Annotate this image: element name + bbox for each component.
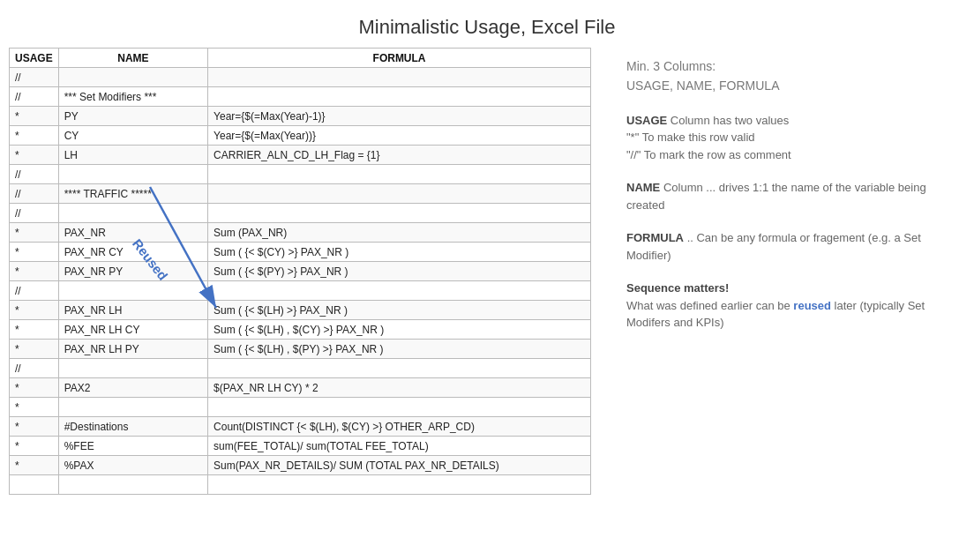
table-cell: Sum ( {< $(LH) , $(PY) >} PAX_NR ) [208,340,591,359]
table-row: *CYYear={$(=Max(Year))} [10,126,591,146]
table-cell: * [10,301,59,320]
table-cell: Year={$(=Max(Year))} [208,126,591,146]
table-row: //*** Set Modifiers *** [10,87,591,107]
table-cell: sum(FEE_TOTAL)/ sum(TOTAL FEE_TOTAL) [208,437,591,456]
table-row: *PAX_NR LH PYSum ( {< $(LH) , $(PY) >} P… [10,340,591,359]
table-cell: * [10,223,59,243]
table-cell [208,475,591,495]
table-cell: // [10,359,59,378]
table-row: *PAX_NR PYSum ( {< $(PY) >} PAX_NR ) [10,262,591,281]
info-name: NAME Column ... drives 1:1 the name of t… [626,179,956,213]
min-columns-label: Min. 3 Columns: [626,56,956,76]
sequence-text-before: What was defined earlier can be [626,299,790,312]
table-cell: * [10,262,59,281]
table-row: // [10,359,591,378]
table-cell: *** Set Modifiers *** [58,87,207,107]
table-cell: %FEE [58,437,207,456]
page-title: Minimalistic Usage, Excel File [0,0,974,48]
table-cell: CY [58,126,207,146]
table-cell: PAX_NR LH PY [58,340,207,359]
table-cell [58,398,207,417]
table-cell: * [10,126,59,146]
table-cell: Sum ( {< $(CY) >} PAX_NR ) [208,243,591,262]
table-cell [208,204,591,223]
table-cell: // [10,204,59,223]
table-cell: * [10,107,59,126]
table-cell: Sum ( {< $(LH) >} PAX_NR ) [208,301,591,320]
table-cell: Sum (PAX_NR) [208,223,591,243]
table-cell: PY [58,107,207,126]
sequence-reused-word: reused [793,299,831,312]
table-row: // [10,281,591,301]
info-usage: USAGE Column has two values "*" To make … [626,112,956,164]
table-cell: * [10,437,59,456]
table-cell: Sum(PAX_NR_DETAILS)/ SUM (TOTAL PAX_NR_D… [208,456,591,475]
col-header-formula: FORMULA [208,49,591,68]
table-row: // [10,165,591,184]
table-row: *PAX_NR CYSum ( {< $(CY) >} PAX_NR ) [10,243,591,262]
usage-label: USAGE [626,114,667,127]
col-header-name: NAME [58,49,207,68]
name-label: NAME [626,181,660,194]
min-columns-value: USAGE, NAME, FORMULA [626,76,956,95]
sequence-label: Sequence matters! [626,280,956,297]
table-row: // [10,204,591,223]
main-content: USAGE NAME FORMULA ////*** Set Modifiers… [0,48,974,495]
table-row: *#DestinationsCount(DISTINCT {< $(LH), $… [10,417,591,437]
table-row: *%FEEsum(FEE_TOTAL)/ sum(TOTAL FEE_TOTAL… [10,437,591,456]
table-row: * [10,398,591,417]
table-row: *PYYear={$(=Max(Year)-1)} [10,107,591,126]
table-cell: * [10,146,59,165]
table-cell [58,165,207,184]
table-cell: * [10,378,59,398]
table-section: USAGE NAME FORMULA ////*** Set Modifiers… [9,48,591,495]
table-cell: // [10,165,59,184]
table-cell: // [10,281,59,301]
table-cell [208,87,591,107]
table-cell [58,204,207,223]
table-row: // [10,68,591,87]
table-cell: * [10,417,59,437]
table-cell: * [10,456,59,475]
table-cell: PAX_NR LH CY [58,320,207,340]
table-cell: Year={$(=Max(Year)-1)} [208,107,591,126]
table-cell: PAX_NR PY [58,262,207,281]
table-cell [58,68,207,87]
table-cell: // [10,184,59,204]
table-cell: Count(DISTINCT {< $(LH), $(CY) >} OTHER_… [208,417,591,437]
table-cell [58,359,207,378]
table-cell [208,398,591,417]
table-cell: // [10,87,59,107]
table-row: *PAX_NRSum (PAX_NR) [10,223,591,243]
table-row: *LHCARRIER_ALN_CD_LH_Flag = {1} [10,146,591,165]
table-row: *PAX_NR LH CYSum ( {< $(LH) , $(CY) >} P… [10,320,591,340]
info-formula: FORMULA .. Can be any formula or frageme… [626,229,956,264]
usage-text-line2: "*" To make this row valid [626,131,755,144]
usage-text-line3: "//" To mark the row as comment [626,148,791,161]
table-cell [58,475,207,495]
table-cell [208,165,591,184]
formula-label: FORMULA [626,231,684,244]
table-cell: %PAX [58,456,207,475]
table-row: *PAX_NR LHSum ( {< $(LH) >} PAX_NR ) [10,301,591,320]
table-cell: * [10,243,59,262]
table-row: //**** TRAFFIC ***** [10,184,591,204]
table-cell: PAX2 [58,378,207,398]
table-cell: Sum ( {< $(PY) >} PAX_NR ) [208,262,591,281]
col-header-usage: USAGE [10,49,59,68]
table-cell [58,281,207,301]
table-row: *PAX2$(PAX_NR LH CY) * 2 [10,378,591,398]
table-row: *%PAXSum(PAX_NR_DETAILS)/ SUM (TOTAL PAX… [10,456,591,475]
table-cell: // [10,68,59,87]
table-cell: LH [58,146,207,165]
usage-text-line1: Column has two values [671,114,789,127]
table-row [10,475,591,495]
table-cell: * [10,398,59,417]
table-cell: PAX_NR LH [58,301,207,320]
table-cell [208,184,591,204]
table-cell: CARRIER_ALN_CD_LH_Flag = {1} [208,146,591,165]
table-cell: Sum ( {< $(LH) , $(CY) >} PAX_NR ) [208,320,591,340]
info-sequence: Sequence matters! What was defined earli… [626,280,956,332]
info-panel: Min. 3 Columns: USAGE, NAME, FORMULA USA… [609,48,965,495]
table-cell [208,281,591,301]
